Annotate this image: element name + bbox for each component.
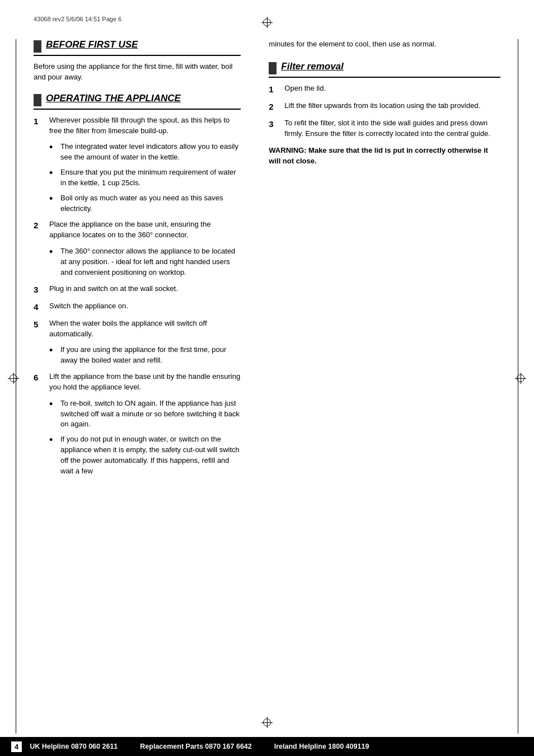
bullet-dot: • [49,142,58,154]
filter-item-text-3: To refit the filter, slot it into the si… [284,118,500,139]
item-number-6: 6 [34,372,45,383]
page-container: 43068 rev2 5/6/06 14:51 Page 6 BEFORE FI… [0,0,534,756]
item-text-3: Plug in and switch on at the wall socket… [49,284,241,294]
bullet-dot-4: • [49,246,58,259]
bullet-text-water-level: The integrated water level indicators al… [60,142,241,163]
filter-item-number-3: 3 [269,118,280,130]
page-meta: 43068 rev2 5/6/06 14:51 Page 6 [34,16,121,22]
before-first-use-header: BEFORE FIRST USE [34,39,241,56]
item-number-2: 2 [34,219,45,231]
operating-title: OPERATING THE APPLIANCE [46,93,181,104]
item-number-4: 4 [34,301,45,313]
filter-removal-header: Filter removal [269,61,500,78]
ireland-helpline-label: Ireland Helpline 1800 409119 [274,743,369,750]
warning-text: WARNING: Make sure that the lid is put i… [269,145,500,167]
section-bar-3 [269,62,277,74]
operating-header: OPERATING THE APPLIANCE [34,93,241,110]
section-bar-1 [34,40,41,53]
bullet-list-1: • The integrated water level indicators … [49,142,241,214]
section-bar-2 [34,94,41,106]
replacement-parts-label: Replacement Parts 0870 167 6642 [140,743,251,750]
right-column: minutes for the element to cool, then us… [257,39,500,711]
left-column: BEFORE FIRST USE Before using the applia… [34,39,257,711]
bullet-dot-6: • [49,398,58,411]
before-first-use-intro: Before using the appliance for the first… [34,62,241,83]
filter-removal-section: Filter removal 1 Open the lid. 2 Lift th… [269,61,500,167]
before-first-use-section: BEFORE FIRST USE Before using the applia… [34,39,241,83]
bullet-dot-2: • [49,167,58,180]
operating-item-5: 5 When the water boils the appliance wil… [34,318,241,340]
filter-item-2: 2 Lift the filter upwards from its locat… [269,101,500,112]
page-footer: 4 UK Helpline 0870 060 2611 Replacement … [0,737,534,756]
bullet-item-empty: • If you do not put in enough water, or … [49,434,241,476]
operating-item-3: 3 Plug in and switch on at the wall sock… [34,284,241,295]
operating-item-4: 4 Switch the appliance on. [34,301,241,313]
operating-item-2: 2 Place the appliance on the base unit, … [34,219,241,241]
right-intro-text: minutes for the element to cool, then us… [269,39,500,50]
bullet-list-2: • The 360° connector allows the applianc… [49,246,241,278]
before-first-use-title: BEFORE FIRST USE [46,39,138,50]
uk-helpline-label: UK Helpline 0870 060 2611 [30,743,118,750]
footer-page-number: 4 [11,741,22,752]
crosshair-bottom [261,717,273,728]
operating-item-1: 1 Wherever possible fill through the spo… [34,115,241,137]
bullet-list-3: • If you are using the appliance for the… [49,345,241,366]
bullet-item-boil: • Boil only as much water as you need as… [49,193,241,214]
bullet-text-boil: Boil only as much water as you need as t… [60,193,241,214]
bullet-item-first-time: • If you are using the appliance for the… [49,345,241,366]
bullet-list-4: • To re-boil, switch to ON again. If the… [49,398,241,477]
bullet-text-360: The 360° connector allows the appliance … [60,246,241,278]
item-text-5: When the water boils the appliance will … [49,318,241,340]
bullet-item-reboil: • To re-boil, switch to ON again. If the… [49,398,241,430]
footer-text: UK Helpline 0870 060 2611 Replacement Pa… [30,743,523,750]
content-area: BEFORE FIRST USE Before using the applia… [34,39,500,711]
crosshair-top [261,17,273,28]
filter-item-number-1: 1 [269,83,280,95]
item-number-1: 1 [34,115,45,127]
bullet-dot-7: • [49,434,58,447]
bullet-text-empty: If you do not put in enough water, or sw… [60,434,241,476]
filter-item-1: 1 Open the lid. [269,83,500,95]
meta-text: 43068 rev2 5/6/06 14:51 Page 6 [34,16,121,22]
item-text-2: Place the appliance on the base unit, en… [49,219,241,241]
crosshair-right [515,373,526,384]
operating-item-6: 6 Lift the appliance from the base unit … [34,372,241,393]
vertical-line-left [16,39,16,734]
filter-item-text-2: Lift the filter upwards from its locatio… [284,101,500,111]
filter-item-text-1: Open the lid. [284,83,500,94]
bullet-text-reboil: To re-boil, switch to ON again. If the a… [60,398,241,430]
item-number-3: 3 [34,284,45,295]
filter-item-3: 3 To refit the filter, slot it into the … [269,118,500,139]
filter-removal-title: Filter removal [281,61,344,72]
item-text-4: Switch the appliance on. [49,301,241,312]
item-text-1: Wherever possible fill through the spout… [49,115,241,137]
filter-item-number-2: 2 [269,101,280,112]
bullet-dot-3: • [49,193,58,205]
bullet-item-360: • The 360° connector allows the applianc… [49,246,241,278]
operating-section: OPERATING THE APPLIANCE 1 Wherever possi… [34,93,241,477]
crosshair-left [8,373,19,384]
vertical-line-right [518,39,518,734]
bullet-item-water-level: • The integrated water level indicators … [49,142,241,163]
item-text-6: Lift the appliance from the base unit by… [49,372,241,393]
bullet-text-first-time: If you are using the appliance for the f… [60,345,241,366]
bullet-item-minimum: • Ensure that you put the minimum requir… [49,167,241,189]
bullet-dot-5: • [49,345,58,357]
bullet-text-minimum: Ensure that you put the minimum requirem… [60,167,241,189]
item-number-5: 5 [34,318,45,330]
